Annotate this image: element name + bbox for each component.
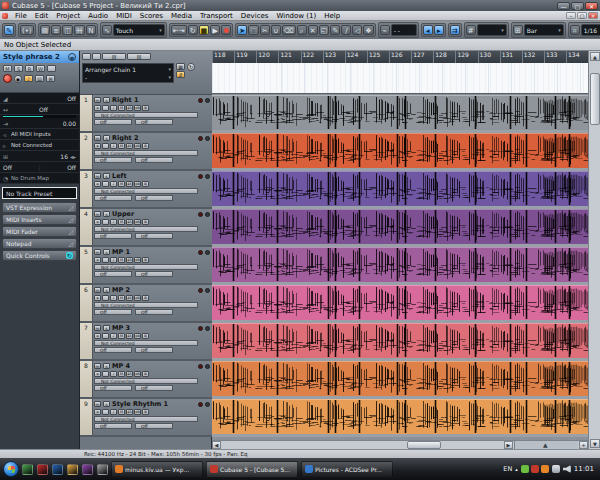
track-row-right-2[interactable]: 2msRight 2e♪M45dB⊞Not ConnectedOffOff: [80, 133, 212, 171]
marker-mini-button[interactable]: [92, 53, 101, 60]
mute-tool[interactable]: ✕: [308, 25, 318, 35]
quicklaunch-icon-2[interactable]: [37, 464, 48, 475]
track-mini-button[interactable]: 45: [126, 105, 133, 111]
arranger-mode-button[interactable]: ▦: [176, 63, 185, 70]
track-monitor-button[interactable]: [205, 364, 210, 369]
quicklaunch-icon-6[interactable]: [97, 464, 108, 475]
setup-window-layout-button[interactable]: (•): [20, 25, 34, 35]
midi-part-mp-4[interactable]: [212, 361, 588, 399]
track-mini-button[interactable]: [102, 181, 109, 187]
track-mini-button[interactable]: dB: [134, 371, 141, 377]
quicklaunch-icon-4[interactable]: [67, 464, 78, 475]
track-mini-button[interactable]: 45: [126, 219, 133, 225]
inspector-section-midi-fader[interactable]: MIDI Fader◿: [2, 226, 77, 237]
read-automation-button[interactable]: R: [25, 65, 34, 72]
track-mini-button[interactable]: dB: [134, 295, 141, 301]
autoscroll-button[interactable]: ⇉: [450, 25, 460, 35]
horizontal-scrollbar[interactable]: ◀ ▶ ▲ +: [212, 440, 588, 449]
maximize-button[interactable]: ▢: [571, 2, 584, 10]
input-routing-value[interactable]: All MIDI Inputs: [11, 131, 51, 137]
track-row-right-1[interactable]: 1msRight 1e♪M45dB⊞Not ConnectedOffOff: [80, 95, 212, 133]
track-mini-button[interactable]: ♪: [110, 295, 117, 301]
track-program-field[interactable]: Off: [135, 385, 173, 391]
show-info-line-button[interactable]: ≡: [51, 25, 61, 35]
track-solo-button[interactable]: s: [103, 97, 110, 103]
track-output-field[interactable]: Not Connected: [94, 340, 198, 346]
volume-icon[interactable]: [563, 465, 571, 473]
track-bank-field[interactable]: Off: [94, 195, 132, 201]
program-value[interactable]: Off: [67, 164, 76, 171]
play-tool[interactable]: ◁: [352, 25, 362, 35]
track-mute-button[interactable]: m: [94, 211, 101, 217]
track-mini-button[interactable]: dB: [134, 409, 141, 415]
arranger-activate-button[interactable]: ⇵: [176, 71, 185, 78]
midi-part-canvas[interactable]: [212, 247, 588, 282]
midi-part-upper[interactable]: [212, 209, 588, 247]
track-mini-button[interactable]: 45: [126, 181, 133, 187]
track-record-enable-button[interactable]: [198, 326, 203, 331]
track-mini-button[interactable]: ⊞: [142, 333, 149, 339]
track-monitor-button[interactable]: [205, 98, 210, 103]
midi-part-mp-1[interactable]: [212, 247, 588, 285]
track-record-enable-button[interactable]: [198, 364, 203, 369]
track-solo-button[interactable]: s: [103, 363, 110, 369]
inspector-section-midi-inserts[interactable]: MIDI Inserts◿: [2, 214, 77, 225]
draw-tool[interactable]: ✎: [330, 25, 340, 35]
record-button[interactable]: [221, 25, 231, 35]
track-mini-button[interactable]: 45: [126, 295, 133, 301]
track-monitor-button[interactable]: [205, 402, 210, 407]
menu-item-scores[interactable]: Scores: [136, 12, 167, 20]
track-record-enable-button[interactable]: [198, 402, 203, 407]
split-tool[interactable]: ✂: [260, 25, 270, 35]
language-indicator[interactable]: EN: [503, 465, 512, 473]
track-solo-button[interactable]: s: [103, 325, 110, 331]
mdi-restore-button[interactable]: ▢: [577, 12, 587, 19]
track-monitor-button[interactable]: [205, 212, 210, 217]
quicklaunch-icon-5[interactable]: [82, 464, 93, 475]
inspector-section-vst-expression[interactable]: VST Expression◿: [2, 202, 77, 213]
track-mini-button[interactable]: dB: [134, 143, 141, 149]
track-bank-field[interactable]: Off: [94, 309, 132, 315]
start-button[interactable]: [3, 461, 19, 477]
drum-map-value[interactable]: No Drum Map: [11, 175, 49, 181]
track-solo-button[interactable]: s: [103, 401, 110, 407]
track-mute-button[interactable]: m: [94, 287, 101, 293]
track-mini-button[interactable]: ♪: [110, 371, 117, 377]
menu-item-audio[interactable]: Audio: [84, 12, 112, 20]
track-mini-button[interactable]: [102, 409, 109, 415]
nudge-value-select[interactable]: - -: [391, 24, 417, 36]
output-routing-value[interactable]: Not Connected: [11, 142, 52, 148]
track-mini-button[interactable]: dB: [134, 105, 141, 111]
track-mini-button[interactable]: 45: [126, 143, 133, 149]
track-record-enable-button[interactable]: [198, 136, 203, 141]
timewarp-tool[interactable]: ◱: [319, 25, 330, 35]
lock-button[interactable]: [47, 65, 56, 72]
taskbar-button-pictures-acdsee-pr-[interactable]: Pictures - ACDSee Pr...: [301, 461, 393, 477]
track-row-upper[interactable]: 4msUppere♪M45dB⊞Not ConnectedOffOff: [80, 209, 212, 247]
track-mini-button[interactable]: [102, 333, 109, 339]
channel-stepper[interactable]: ◂▸: [70, 153, 76, 160]
scroll-right-arrow[interactable]: ▶: [504, 441, 513, 449]
track-solo-button[interactable]: s: [103, 249, 110, 255]
track-solo-button[interactable]: s: [103, 287, 110, 293]
track-output-field[interactable]: Not Connected: [94, 226, 198, 232]
track-mini-button[interactable]: [102, 371, 109, 377]
track-mini-button[interactable]: M: [118, 257, 125, 263]
minimize-button[interactable]: —: [557, 2, 570, 10]
horizontal-scroll-thumb[interactable]: [407, 441, 441, 449]
track-row-style-rhythm-1[interactable]: 9msStyle Rhythm 1e♪M45dB⊞Not ConnectedOf…: [80, 399, 212, 437]
zoom-tool[interactable]: ⌕: [297, 25, 307, 35]
track-mini-button[interactable]: ♪: [110, 219, 117, 225]
track-mini-button[interactable]: M: [118, 295, 125, 301]
midi-part-mp-2[interactable]: [212, 285, 588, 323]
menu-item-midi[interactable]: MIDI: [112, 12, 136, 20]
nudge-right-button[interactable]: ▸: [434, 25, 444, 35]
track-mini-button[interactable]: 45: [126, 409, 133, 415]
track-program-field[interactable]: Off: [135, 423, 173, 429]
track-mini-button[interactable]: dB: [134, 219, 141, 225]
track-mini-button[interactable]: M: [118, 105, 125, 111]
show-inspector-button[interactable]: ▤: [40, 25, 51, 35]
track-monitor-button[interactable]: [205, 326, 210, 331]
track-mini-button[interactable]: ⊞: [142, 143, 149, 149]
track-mini-button[interactable]: e: [94, 257, 101, 263]
